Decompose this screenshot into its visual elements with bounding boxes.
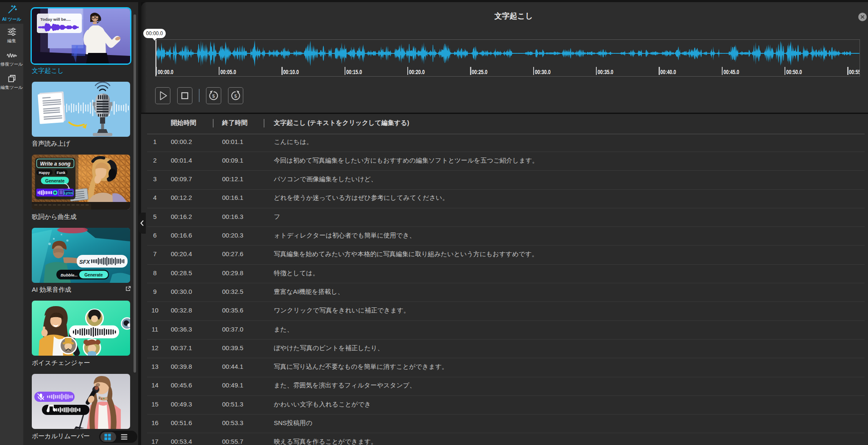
svg-text:Today will be....: Today will be....	[40, 17, 71, 22]
svg-text:Write a song: Write a song	[40, 161, 71, 167]
svg-text:5: 5	[234, 93, 237, 98]
svg-text:Generate: Generate	[45, 178, 65, 183]
svg-text:Lyrics: Lyrics	[64, 191, 72, 195]
svg-text:Happy: Happy	[39, 171, 50, 175]
svg-text:SFX: SFX	[79, 258, 91, 265]
svg-text:Generate: Generate	[84, 272, 103, 277]
svg-text:Funk: Funk	[57, 171, 66, 175]
svg-text:5: 5	[212, 93, 215, 98]
svg-text:Bubble...: Bubble...	[61, 272, 78, 277]
